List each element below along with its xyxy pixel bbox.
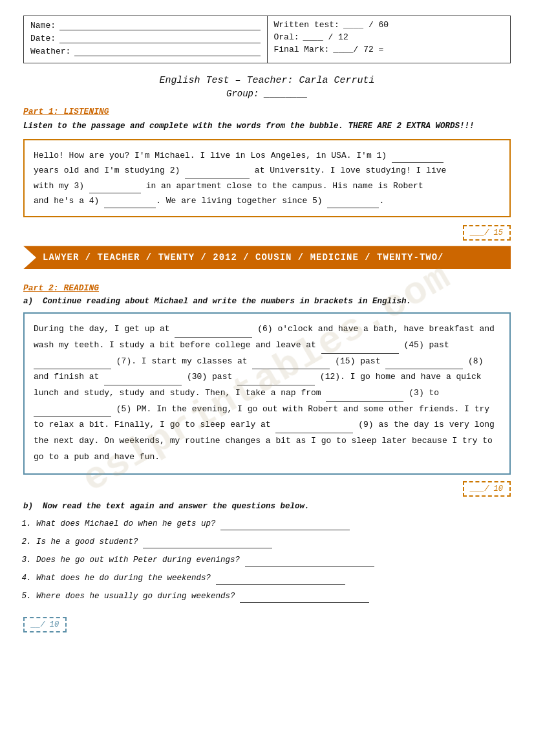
header-box: Name: Date: Weather: Written test: ____ … [23,16,511,63]
question-5: Where does he usually go during weekends… [36,590,511,603]
question-2: Is he a good student? [36,535,511,548]
title-group: Group: ________ [23,89,511,99]
rb-blank-2 [321,345,399,354]
reading-box: During the day, I get up at (6) o'clock … [23,312,511,474]
rb-blank-6 [104,376,182,385]
final-label: Final Mark: [274,45,330,54]
rb-blank-4 [252,360,330,369]
answer-4 [216,576,345,585]
weather-field [74,46,260,56]
weather-label: Weather: [30,47,70,56]
date-label: Date: [30,34,56,43]
blank-3 [89,184,141,193]
answer-5 [240,594,369,603]
oral-score: ____ / 12 [303,32,348,42]
header-left: Name: Date: Weather: [24,16,268,63]
header-right: Written test: ____ / 60 Oral: ____ / 12 … [268,16,511,63]
listening-box: Hello! How are you? I'm Michael. I live … [23,139,511,218]
rb-blank-3 [34,360,111,369]
rb-blank-10 [275,424,353,433]
oral-label: Oral: [274,32,299,42]
date-line: Date: [30,33,261,43]
title-main: English Test – Teacher: Carla Cerruti [23,75,511,86]
final-score: ____/ 72 = [333,45,383,54]
questions-list: What does Michael do when he gets up? Is… [36,517,511,603]
part2-heading: Part 2: READING [23,283,511,293]
rb-blank-9 [34,408,111,417]
name-line: Name: [30,20,261,30]
part1-section: Part 1: LISTENING Listen to the passage … [23,107,511,269]
question-1: What does Michael do when he gets up? [36,517,511,530]
sub-a-label: a) [23,297,33,306]
words-banner: LAWYER / TEACHER / TWENTY / 2012 / COUSI… [23,246,511,269]
words-banner-text: LAWYER / TEACHER / TWENTY / 2012 / COUSI… [43,252,444,263]
name-field [59,20,260,30]
rb-blank-5 [385,360,463,369]
sub-a-instruction: a) Continue reading about Michael and wr… [23,297,511,306]
blank-5 [327,199,379,208]
rb-blank-8 [326,393,403,402]
score-badge-1: ___/ 15 [463,225,511,241]
final-line: Final Mark: ____/ 72 = [274,45,504,54]
answer-1 [220,521,350,530]
score-box-right-1: ___/ 15 [23,225,511,241]
sub-b-text: Now read the text again and answer the q… [43,502,310,511]
sub-a-text: Continue reading about Michael and write… [43,297,411,306]
part1-instruction: Listen to the passage and complete with … [23,120,511,133]
part1-heading: Part 1: LISTENING [23,107,511,116]
weather-line: Weather: [30,46,261,56]
question-3: Does he go out with Peter during evening… [36,554,511,567]
sub-b-instruction: b) Now read the text again and answer th… [23,502,511,511]
answer-2 [143,539,272,548]
blank-4 [104,199,156,208]
answer-3 [245,557,374,567]
written-line: Written test: ____ / 60 [274,20,504,30]
name-label: Name: [30,21,56,30]
score-badge-2: ___/ 10 [463,481,511,497]
rb-blank-7 [237,376,315,385]
passage-text: Hello! How are you? I'm Michael. I live … [34,151,446,206]
written-label: Written test: [274,20,339,30]
date-field [59,33,260,43]
blank-2 [185,169,250,178]
written-score: ____ / 60 [343,20,389,30]
score-badge-3: __/ 10 [23,617,67,632]
score-box-right-2: ___/ 10 [23,481,511,497]
title-area: English Test – Teacher: Carla Cerruti Gr… [23,75,511,99]
blank-1 [392,154,443,163]
part2-section: Part 2: READING a) Continue reading abou… [23,283,511,632]
sub-b-label: b) [23,502,33,511]
rb-blank-1 [175,329,252,338]
question-4: What does he do during the weekends? [36,572,511,585]
oral-line: Oral: ____ / 12 [274,32,504,42]
